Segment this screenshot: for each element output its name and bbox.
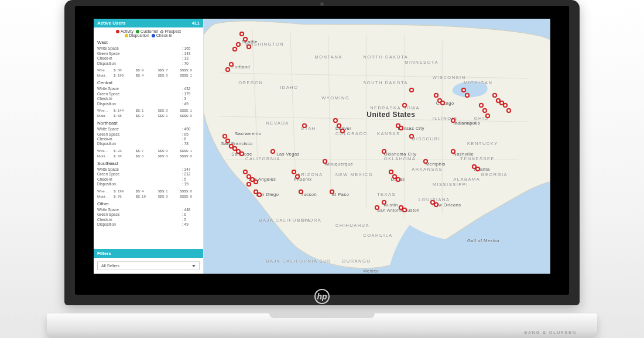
stat-value: : 212 xyxy=(182,172,200,177)
map-marker[interactable] xyxy=(399,126,403,130)
map-marker[interactable] xyxy=(270,149,275,154)
map-marker[interactable] xyxy=(451,118,455,123)
map-marker[interactable] xyxy=(299,189,303,194)
map-marker[interactable] xyxy=(482,108,487,113)
grid-row: Mobi…$: 76$$: 19$$$: 0$$$$: 0 xyxy=(97,194,200,199)
map-marker[interactable] xyxy=(479,103,484,108)
stat-value: : 432 xyxy=(182,87,200,91)
map-marker[interactable] xyxy=(506,108,511,113)
map-marker[interactable] xyxy=(243,170,248,174)
map-marker[interactable] xyxy=(232,47,237,51)
filters-panel: All Sellers xyxy=(94,258,203,274)
grid-row: Wire…$: 199$$: 4$$$: 1$$$$: 0 xyxy=(97,189,200,194)
state-label: NORTH DAKOTA xyxy=(363,54,408,60)
map-marker[interactable] xyxy=(461,88,466,92)
map[interactable]: United States WASHINGTONMONTANAOREGONIDA… xyxy=(204,19,550,274)
stat-value: : 448 xyxy=(182,208,200,212)
map-marker[interactable] xyxy=(423,159,428,164)
map-marker[interactable] xyxy=(243,37,248,42)
state-label: BAJA CALIFORNIA SUR xyxy=(266,258,331,264)
map-country-label: United States xyxy=(366,111,415,119)
stat-value: : 0 xyxy=(182,212,200,217)
map-marker[interactable] xyxy=(302,123,307,128)
map-marker[interactable] xyxy=(396,177,400,182)
state-label: NEW MEXICO xyxy=(335,172,373,177)
map-marker[interactable] xyxy=(257,192,262,197)
legend-dot-icon xyxy=(160,30,163,33)
map-marker[interactable] xyxy=(254,180,258,184)
map-marker[interactable] xyxy=(292,170,296,174)
map-marker[interactable] xyxy=(389,170,393,174)
state-label: NEVADA xyxy=(266,120,289,126)
stat-key: Check-in xyxy=(97,218,182,222)
map-marker[interactable] xyxy=(409,134,414,139)
stat-value: : 49 xyxy=(182,222,200,227)
map-marker[interactable] xyxy=(503,103,508,108)
city-label: Las Vegas xyxy=(276,151,300,157)
legend-dot-icon xyxy=(152,34,155,37)
active-users-header: Active Users 411 xyxy=(94,19,203,27)
header-count: 411 xyxy=(192,20,200,26)
state-label: WISCONSIN xyxy=(433,75,466,80)
map-marker[interactable] xyxy=(222,134,227,139)
legend-item: Check-in xyxy=(152,33,173,37)
stat-row: Green Space: 212 xyxy=(97,172,200,177)
map-marker[interactable] xyxy=(402,208,407,212)
regions-list[interactable]: WestWhite Space: 165Green Space: 143Chec… xyxy=(94,40,203,249)
map-marker[interactable] xyxy=(323,159,327,164)
map-marker[interactable] xyxy=(333,118,338,123)
grid-cell: $: 78 xyxy=(114,154,133,158)
header-title: Active Users xyxy=(97,20,125,26)
map-marker[interactable] xyxy=(434,202,439,207)
grid-cell: $: 199 xyxy=(114,189,133,194)
filters-header: Filters xyxy=(94,249,203,258)
stat-row: Disposition: 19 xyxy=(97,182,200,187)
map-marker[interactable] xyxy=(330,189,334,194)
state-label: WYOMING xyxy=(321,95,350,101)
map-marker[interactable] xyxy=(246,182,251,187)
map-marker[interactable] xyxy=(475,167,480,171)
map-marker[interactable] xyxy=(409,88,414,92)
map-marker[interactable] xyxy=(337,123,341,128)
stat-row: Green Space: 0 xyxy=(97,212,200,217)
map-marker[interactable] xyxy=(239,32,244,36)
map-marker[interactable] xyxy=(402,103,407,108)
state-label: ALABAMA xyxy=(453,177,480,182)
map-marker[interactable] xyxy=(246,44,251,49)
map-marker[interactable] xyxy=(340,129,345,133)
map-marker[interactable] xyxy=(229,62,234,67)
map-marker[interactable] xyxy=(375,205,379,210)
map-marker[interactable] xyxy=(434,93,439,98)
map-marker[interactable] xyxy=(382,200,386,205)
grid-row: Wire…$: 23$$: 7$$$: 0$$$$: 1 xyxy=(97,149,200,153)
map-marker[interactable] xyxy=(382,149,386,154)
map-marker[interactable] xyxy=(239,151,244,156)
grid-cell: $$: 4 xyxy=(136,73,156,78)
stat-value: : 13 xyxy=(182,56,200,61)
map-marker[interactable] xyxy=(440,101,445,105)
grid-row: Wire…$: 144$$: 1$$$: 0$$$$: 1 xyxy=(97,108,200,113)
stat-key: Disposition xyxy=(97,61,182,66)
map-marker[interactable] xyxy=(451,149,455,154)
stat-row: Disposition: 49 xyxy=(97,102,200,106)
grid-cell: Wire… xyxy=(97,108,111,113)
stat-row: Disposition: 49 xyxy=(97,222,200,227)
map-marker[interactable] xyxy=(295,174,300,179)
map-marker[interactable] xyxy=(236,42,241,47)
stat-key: Disposition xyxy=(97,182,182,187)
map-marker[interactable] xyxy=(225,67,230,72)
map-marker[interactable] xyxy=(492,93,497,98)
seller-select[interactable]: All Sellers xyxy=(97,261,200,270)
state-label: MONTANA xyxy=(314,54,342,60)
stat-value: : 78 xyxy=(182,142,200,146)
map-marker[interactable] xyxy=(485,113,490,118)
grid-cell: $: 144 xyxy=(114,108,133,113)
map-marker[interactable] xyxy=(465,93,470,98)
grid-row: Mobi…$: 68$$: 2$$$: 1$$$$: 0 xyxy=(97,113,200,118)
map-marker[interactable] xyxy=(225,139,230,143)
state-label: KENTUCKY xyxy=(467,141,498,146)
grid-cell: $$$$: 0 xyxy=(180,154,200,158)
grid-cell: $$$: 0 xyxy=(158,73,178,78)
app-screen: Active Users 411 ActivityCustomerProspec… xyxy=(94,19,550,274)
stat-value: : 165 xyxy=(182,46,200,51)
